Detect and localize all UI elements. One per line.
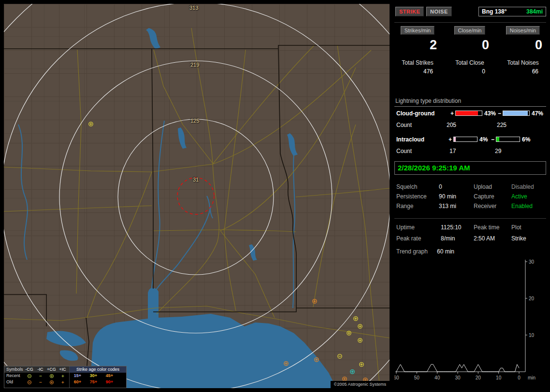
bearing-label: Bng 138° <box>482 8 507 15</box>
range-ring-label: 219 <box>190 62 199 68</box>
legend-col-pos-cg: +CG <box>46 366 57 373</box>
circle-plus-icon <box>46 379 57 385</box>
minus-icon <box>35 373 46 379</box>
range-ring-label: 313 <box>189 5 198 11</box>
close-per-min-badge: Close/min <box>454 26 486 35</box>
strikes-per-min-badge: Strikes/min <box>401 26 434 35</box>
minus-sign: − <box>491 136 494 143</box>
legend-old-label: Old <box>4 379 24 385</box>
legend-col-neg-cg: -CG <box>24 366 35 373</box>
legend-symbols-header: Symbols <box>4 366 24 373</box>
peak-rate-label: Peak rate <box>396 235 421 242</box>
receiver-status: Enabled <box>511 203 533 210</box>
trend-graph-label: Trend graph <box>396 248 428 255</box>
plus-icon <box>57 379 68 385</box>
cg-positive-pct: 43% <box>484 110 496 117</box>
noises-column: Noises/min 0 Total Noises 66 <box>500 26 546 75</box>
uptime-label: Uptime <box>396 224 415 231</box>
age-code: 60+ <box>70 379 86 385</box>
range-value: 313 mi <box>439 203 456 210</box>
status-panel: STRIKE NOISE Bng 138° 384mi Strikes/min … <box>394 4 546 388</box>
close-column: Close/min 0 Total Close 0 <box>447 26 493 75</box>
map-area[interactable]: 31321912531 Symbols -CG -IC +CG +IC Rece… <box>4 4 390 388</box>
svg-text:20: 20 <box>476 375 481 380</box>
legend-col-pos-ic: +IC <box>57 366 68 373</box>
cg-negative-bar <box>503 111 530 116</box>
strikes-column: Strikes/min 2 Total Strikes 476 <box>394 26 441 75</box>
age-code: 75+ <box>86 379 101 385</box>
svg-text:30: 30 <box>455 375 461 380</box>
svg-text:10: 10 <box>496 375 502 380</box>
legend-recent-label: Recent <box>4 373 24 379</box>
close-per-min-value: 0 <box>447 38 493 53</box>
strikes-per-min-value: 2 <box>394 38 441 53</box>
legend-age-block: Strike age color codes 15+ 30+ 45+ 60+ 7… <box>69 366 126 388</box>
svg-text:20: 20 <box>529 296 535 301</box>
intracloud-row: Intracloud + 4% − 6% <box>394 136 546 144</box>
svg-text:0: 0 <box>518 375 521 380</box>
upload-status: Disabled <box>511 183 534 190</box>
uptime-value: 1125:10 <box>441 224 462 231</box>
intracloud-label: Intracloud <box>396 136 424 143</box>
trend-graph: 3020106050403020100min <box>394 256 546 384</box>
peak-rate-value: 8/min <box>441 235 455 242</box>
bearing-distance: 384mi <box>526 8 543 15</box>
ic-negative-bar <box>496 137 520 142</box>
svg-text:30: 30 <box>529 259 535 265</box>
age-code: 45+ <box>101 373 117 379</box>
cg-negative-pct: 47% <box>532 110 543 117</box>
age-code: 30+ <box>86 373 101 379</box>
plus-icon <box>57 373 68 379</box>
svg-text:10: 10 <box>529 333 535 338</box>
noises-per-min-badge: Noises/min <box>506 26 540 35</box>
copyright-text: ©2005 Astrogenic Systems <box>331 381 390 388</box>
separator <box>394 218 546 219</box>
legend-age-title: Strike age color codes <box>70 366 126 373</box>
age-code: 90+ <box>101 379 117 385</box>
cg-negative-count: 225 <box>497 122 507 128</box>
strike-legend: Symbols -CG -IC +CG +IC Recent Old <box>4 366 127 388</box>
separator <box>394 22 546 23</box>
cloud-ground-row: Cloud-ground + 43% − 47% <box>394 110 546 118</box>
range-ring-label: 31 <box>193 177 199 182</box>
capture-status: Active <box>511 193 527 200</box>
total-noises-label: Total Noises <box>500 59 546 66</box>
peak-time-value: 2:50 AM <box>474 235 495 242</box>
plot-value: Strike <box>511 235 526 242</box>
cloud-ground-label: Cloud-ground <box>396 110 434 117</box>
svg-text:40: 40 <box>434 375 440 380</box>
persistence-value: 90 min <box>439 193 456 200</box>
range-ring-label: 125 <box>190 118 199 124</box>
count-label: Count <box>396 148 412 154</box>
ic-negative-count: 29 <box>495 148 501 154</box>
noise-toggle-button[interactable]: NOISE <box>426 7 452 16</box>
svg-text:60: 60 <box>394 375 399 380</box>
legend-col-neg-ic: -IC <box>35 366 46 373</box>
total-strikes-label: Total Strikes <box>394 59 441 66</box>
cg-count-row: Count 205 225 <box>394 122 546 129</box>
total-close-value: 0 <box>447 68 493 75</box>
squelch-label: Squelch <box>396 183 417 190</box>
squelch-value: 0 <box>439 183 442 190</box>
receiver-label: Receiver <box>474 203 496 210</box>
peak-time-label: Peak time <box>474 224 499 231</box>
bearing-box: Bng 138° 384mi <box>478 7 546 16</box>
strike-toggle-button[interactable]: STRIKE <box>395 7 424 16</box>
capture-label: Capture <box>474 193 494 200</box>
range-label: Range <box>396 203 413 210</box>
cg-positive-bar <box>455 111 482 116</box>
noises-per-min-value: 0 <box>500 38 546 53</box>
ic-positive-count: 17 <box>449 148 456 154</box>
circle-minus-icon <box>24 379 35 385</box>
svg-text:50: 50 <box>414 375 420 380</box>
plus-sign: + <box>449 136 452 143</box>
nexstorm-window: 31321912531 Symbols -CG -IC +CG +IC Rece… <box>0 0 550 392</box>
ic-positive-pct: 4% <box>479 136 488 143</box>
distribution-title: Lightning type distribution <box>394 98 546 107</box>
ic-count-row: Count 17 29 <box>394 148 546 155</box>
minus-icon <box>35 379 46 385</box>
legend-symbols-block: Symbols -CG -IC +CG +IC Recent Old <box>4 366 69 388</box>
ic-positive-bar <box>453 137 478 142</box>
svg-text:min: min <box>528 375 536 380</box>
minus-sign: − <box>498 110 501 117</box>
